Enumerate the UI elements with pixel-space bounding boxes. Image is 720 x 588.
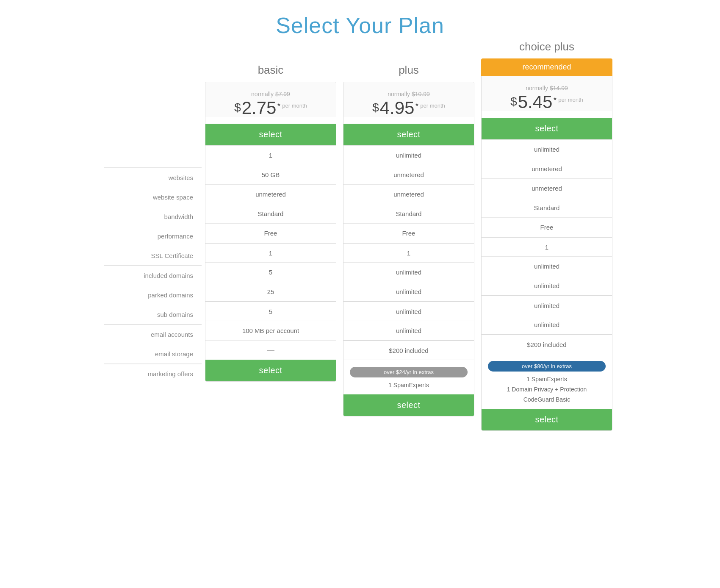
plus-bandwidth: unmetered [343,184,474,204]
choice-plus-website-space: unmetered [482,159,612,178]
basic-performance: Standard [205,204,336,223]
choice-plus-bandwidth: unmetered [482,178,612,198]
plus-performance: Standard [343,204,474,223]
choice-plus-email-accounts: unlimited [482,295,612,315]
choice-plus-extras-codeguard: CodeGuard Basic [488,394,606,405]
choice-plus-email-storage: unlimited [482,315,612,334]
label-performance: performance [104,226,202,246]
plus-parked-domains: unlimited [343,262,474,282]
label-included-domains: included domains [104,266,202,285]
basic-ssl: Free [205,223,336,243]
basic-current-price: $ 2.75 * per month [212,99,330,117]
choice-plus-ssl: Free [482,217,612,237]
page-title: Select Your Plan [8,13,712,38]
plus-included-domains: 1 [343,243,474,262]
plus-price-section: normally $10.99 $ 4.95 * per month [343,82,474,117]
basic-bandwidth: unmetered [205,184,336,204]
label-parked-domains: parked domains [104,285,202,305]
label-email-storage: email storage [104,344,202,363]
plus-email-storage: unlimited [343,321,474,340]
plus-plan-name: plus [343,64,474,77]
plus-features: unlimited unmetered unmetered Standard F… [343,145,474,394]
choice-plus-included-domains: 1 [482,237,612,256]
plus-extras-spamexperts: 1 SpamExperts [350,380,468,390]
labels-column: websites website space bandwidth perform… [104,64,202,383]
plus-select-top-button[interactable]: select [343,124,474,145]
basic-marketing-offers: — [205,340,336,360]
basic-select-top-button[interactable]: select [205,124,336,145]
choice-plus-select-bottom-button[interactable]: select [482,409,612,430]
plus-website-space: unmetered [343,165,474,184]
choice-plus-parked-domains: unlimited [482,256,612,276]
pricing-table: websites website space bandwidth perform… [64,64,656,431]
plus-current-price: $ 4.95 * per month [350,99,468,117]
label-ssl: SSL Certificate [104,246,202,265]
plus-ssl: Free [343,223,474,243]
plus-extras-section: over $24/yr in extras 1 SpamExperts [343,360,474,394]
choice-plus-marketing-offers: $200 included [482,334,612,354]
choice-plus-plan: choice plus recommended normally $14.99 … [481,40,612,431]
plus-normal-price: normally $10.99 [350,91,468,97]
choice-plus-extras-spamexperts: 1 SpamExperts [488,374,606,384]
choice-plus-extras-domain-privacy: 1 Domain Privacy + Protection [488,384,606,394]
basic-websites: 1 [205,145,336,165]
label-sub-domains: sub domains [104,305,202,324]
choice-plus-select-top-button[interactable]: select [482,118,612,139]
plus-sub-domains: unlimited [343,282,474,301]
choice-plus-features: unlimited unmetered unmetered Standard F… [482,139,612,409]
basic-email-storage: 100 MB per account [205,321,336,340]
plus-plan-card: normally $10.99 $ 4.95 * per month selec… [343,82,474,416]
plus-email-accounts: unlimited [343,301,474,321]
label-bandwidth: bandwidth [104,207,202,226]
basic-website-space: 50 GB [205,165,336,184]
choice-plus-price-section: normally $14.99 $ 5.45 * per month [482,76,612,111]
basic-sub-domains: 25 [205,282,336,301]
label-marketing-offers: marketing offers [104,364,202,383]
choice-plus-current-price: $ 5.45 * per month [488,93,606,111]
basic-normal-price: normally $7.99 [212,91,330,97]
choice-plus-plan-name: choice plus [481,40,612,53]
choice-plus-extras-badge: over $80/yr in extras [488,361,606,372]
choice-plus-plan-card: normally $14.99 $ 5.45 * per month selec… [481,76,612,431]
label-email-accounts: email accounts [104,325,202,344]
choice-plus-websites: unlimited [482,139,612,159]
basic-plan-card: normally $7.99 $ 2.75 * per month select… [205,82,336,382]
plus-extras-badge: over $24/yr in extras [350,367,468,377]
label-website-space: website space [104,187,202,207]
plus-websites: unlimited [343,145,474,165]
recommended-badge: recommended [481,58,612,76]
choice-plus-extras-section: over $80/yr in extras 1 SpamExperts 1 Do… [482,354,612,409]
choice-plus-normal-price: normally $14.99 [488,85,606,92]
basic-select-bottom-button[interactable]: select [205,360,336,381]
basic-parked-domains: 5 [205,262,336,282]
choice-plus-performance: Standard [482,198,612,217]
basic-price-section: normally $7.99 $ 2.75 * per month [205,82,336,117]
basic-email-accounts: 5 [205,301,336,321]
basic-features: 1 50 GB unmetered Standard Free 1 5 25 5… [205,145,336,360]
basic-included-domains: 1 [205,243,336,262]
basic-plan-name: basic [205,64,336,77]
plus-plan: plus normally $10.99 $ 4.95 * per month … [343,64,474,416]
label-websites: websites [104,168,202,187]
plus-select-bottom-button[interactable]: select [343,394,474,416]
plus-marketing-offers: $200 included [343,340,474,360]
choice-plus-sub-domains: unlimited [482,276,612,295]
basic-plan: basic normally $7.99 $ 2.75 * per month … [205,64,336,382]
